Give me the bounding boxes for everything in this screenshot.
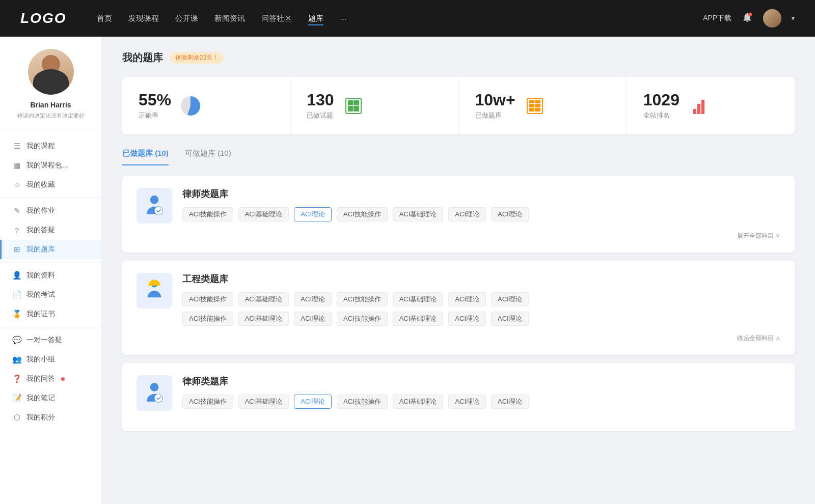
stat-questions-value: 130 bbox=[307, 91, 334, 109]
tag-1-3[interactable]: ACI技能操作 bbox=[337, 207, 388, 221]
notification-dot bbox=[61, 377, 65, 381]
page-header: 我的题库 体验剩余23天！ bbox=[122, 51, 795, 65]
stat-banks: 10w+ 已做题库 bbox=[459, 77, 627, 134]
tab-done-banks[interactable]: 已做题库 (10) bbox=[122, 149, 169, 165]
tag-1-4[interactable]: ACI基础理论 bbox=[393, 207, 444, 221]
nav-qa[interactable]: 问答社区 bbox=[261, 12, 292, 25]
tag-2-4[interactable]: ACI基础理论 bbox=[393, 292, 444, 306]
sidebar-item-myqa-label: 我的答疑 bbox=[26, 226, 55, 235]
table-orange-icon bbox=[527, 98, 543, 114]
tag-3-4[interactable]: ACI基础理论 bbox=[393, 395, 444, 409]
qbank-card-engineer: 工程类题库 ACI技能操作 ACI基础理论 ACI理论 ACI技能操作 ACI基… bbox=[122, 261, 795, 355]
nav-home[interactable]: 首页 bbox=[97, 12, 112, 25]
stat-questions: 130 已做试题 bbox=[290, 77, 458, 134]
sidebar-item-group[interactable]: 👥 我的小组 bbox=[0, 350, 101, 369]
tag-3-6[interactable]: ACI理论 bbox=[491, 395, 529, 409]
star-icon: ☆ bbox=[12, 180, 21, 189]
collapse-btn-2[interactable]: 收起全部科目 ∧ bbox=[137, 334, 780, 343]
page-wrapper: Brian Harris 错误的决定比没有决定要好 ☰ 我的课程 ▦ 我的课程包… bbox=[0, 37, 815, 504]
sidebar-item-cert[interactable]: 🏅 我的证书 bbox=[0, 304, 101, 324]
chart-icon: ▦ bbox=[12, 161, 21, 170]
tag-2-1[interactable]: ACI基础理论 bbox=[238, 292, 289, 306]
tag-1-0[interactable]: ACI技能操作 bbox=[182, 207, 233, 221]
notification-bell[interactable] bbox=[742, 12, 753, 25]
nav-right: APP下载 ▾ bbox=[703, 9, 795, 27]
tag-3-3[interactable]: ACI技能操作 bbox=[337, 395, 388, 409]
sidebar-item-points[interactable]: ⬡ 我的积分 bbox=[0, 408, 101, 427]
tag-1-1[interactable]: ACI基础理论 bbox=[238, 207, 289, 221]
user-menu-chevron[interactable]: ▾ bbox=[792, 15, 795, 22]
sidebar-item-homework-label: 我的作业 bbox=[26, 206, 55, 215]
profile-section: Brian Harris 错误的决定比没有决定要好 bbox=[0, 49, 101, 130]
tag-2-12[interactable]: ACI理论 bbox=[448, 312, 486, 326]
qbank-title-2: 工程类题库 bbox=[182, 273, 780, 285]
tag-2-7[interactable]: ACI技能操作 bbox=[182, 312, 233, 326]
tag-2-5[interactable]: ACI理论 bbox=[448, 292, 486, 306]
sidebar-item-exam[interactable]: 📄 我的考试 bbox=[0, 285, 101, 304]
questions-icon bbox=[342, 95, 365, 117]
stat-banks-value: 10w+ bbox=[475, 91, 515, 109]
tag-2-10[interactable]: ACI技能操作 bbox=[337, 312, 388, 326]
app-download[interactable]: APP下载 bbox=[703, 14, 731, 23]
banks-icon bbox=[524, 95, 546, 117]
tag-2-8[interactable]: ACI基础理论 bbox=[238, 312, 289, 326]
sidebar-menu: ☰ 我的课程 ▦ 我的课程包... ☆ 我的收藏 ✎ 我的作业 ? 我的答疑 ⊞ bbox=[0, 130, 101, 427]
qbank-icon: ⊞ bbox=[12, 245, 21, 254]
expand-btn-1[interactable]: 展开全部科目 ∨ bbox=[137, 232, 780, 240]
sidebar-item-homework[interactable]: ✎ 我的作业 bbox=[0, 201, 101, 220]
tag-2-2[interactable]: ACI理论 bbox=[294, 292, 332, 306]
user-avatar-nav[interactable] bbox=[763, 9, 781, 27]
qbank-card-lawyer-2: 律师类题库 ACI技能操作 ACI基础理论 ACI理论 ACI技能操作 ACI基… bbox=[122, 363, 795, 431]
table-green-icon bbox=[345, 98, 362, 114]
tag-3-1[interactable]: ACI基础理论 bbox=[238, 395, 289, 409]
qbank-card-lawyer-1: 律师类题库 ACI技能操作 ACI基础理论 ACI理论 ACI技能操作 ACI基… bbox=[122, 176, 795, 253]
tag-2-11[interactable]: ACI基础理论 bbox=[393, 312, 444, 326]
group-icon: 👥 bbox=[12, 355, 21, 364]
stat-questions-label: 已做试题 bbox=[307, 111, 334, 120]
stat-ranking-value: 1029 bbox=[643, 91, 680, 109]
trial-badge: 体验剩余23天！ bbox=[170, 52, 224, 64]
sidebar-item-oneonone[interactable]: 💬 一对一答疑 bbox=[0, 330, 101, 350]
sidebar-item-favorites[interactable]: ☆ 我的收藏 bbox=[0, 175, 101, 194]
tags-row-3: ACI技能操作 ACI基础理论 ACI理论 ACI技能操作 ACI基础理论 AC… bbox=[182, 395, 529, 409]
tab-todo-banks[interactable]: 可做题库 (10) bbox=[185, 149, 231, 165]
tag-1-5[interactable]: ACI理论 bbox=[448, 207, 486, 221]
tag-2-13[interactable]: ACI理论 bbox=[491, 312, 529, 326]
user-icon: 👤 bbox=[12, 271, 21, 280]
file-icon: ☰ bbox=[12, 142, 21, 151]
nav-discover[interactable]: 发现课程 bbox=[128, 12, 159, 25]
tag-1-2[interactable]: ACI理论 bbox=[294, 207, 332, 221]
tabs-bar: 已做题库 (10) 可做题库 (10) bbox=[122, 149, 795, 165]
tag-2-3[interactable]: ACI技能操作 bbox=[337, 292, 388, 306]
tag-2-0[interactable]: ACI技能操作 bbox=[182, 292, 233, 306]
user-name: Brian Harris bbox=[30, 101, 71, 109]
sidebar-item-favorites-label: 我的收藏 bbox=[26, 180, 55, 189]
nav-more[interactable]: ··· bbox=[340, 12, 346, 25]
tag-2-9[interactable]: ACI理论 bbox=[294, 312, 332, 326]
cert-icon: 🏅 bbox=[12, 310, 21, 319]
sidebar-item-myquestion[interactable]: ❓ 我的问答 bbox=[0, 369, 101, 388]
tag-3-2[interactable]: ACI理论 bbox=[294, 395, 332, 409]
sidebar-item-qbank[interactable]: ⊞ 我的题库 bbox=[0, 240, 101, 259]
user-motto: 错误的决定比没有决定要好 bbox=[9, 112, 93, 120]
sidebar-item-courses[interactable]: ☰ 我的课程 bbox=[0, 136, 101, 156]
nav-news[interactable]: 新闻资讯 bbox=[214, 12, 245, 25]
sidebar-item-notes-label: 我的笔记 bbox=[26, 394, 55, 403]
nav-qbank[interactable]: 题库 bbox=[308, 12, 323, 25]
sidebar-item-points-label: 我的积分 bbox=[26, 413, 55, 422]
nav-opencourse[interactable]: 公开课 bbox=[175, 12, 198, 25]
sidebar-item-courses-label: 我的课程 bbox=[26, 142, 55, 151]
sidebar-item-packages[interactable]: ▦ 我的课程包... bbox=[0, 156, 101, 175]
avatar bbox=[28, 49, 74, 95]
sidebar-item-profile-label: 我的资料 bbox=[26, 271, 55, 280]
sidebar-item-profile[interactable]: 👤 我的资料 bbox=[0, 266, 101, 285]
tag-2-6[interactable]: ACI理论 bbox=[491, 292, 529, 306]
logo[interactable]: LOGO bbox=[20, 10, 66, 26]
tag-3-0[interactable]: ACI技能操作 bbox=[182, 395, 233, 409]
sidebar-item-notes[interactable]: 📝 我的笔记 bbox=[0, 388, 101, 408]
sidebar-item-oneonone-label: 一对一答疑 bbox=[26, 335, 62, 345]
tag-1-6[interactable]: ACI理论 bbox=[491, 207, 529, 221]
tag-3-5[interactable]: ACI理论 bbox=[448, 395, 486, 409]
sidebar-item-myqa[interactable]: ? 我的答疑 bbox=[0, 220, 101, 240]
stats-row: 55% 正确率 130 已做试题 bbox=[122, 77, 795, 134]
